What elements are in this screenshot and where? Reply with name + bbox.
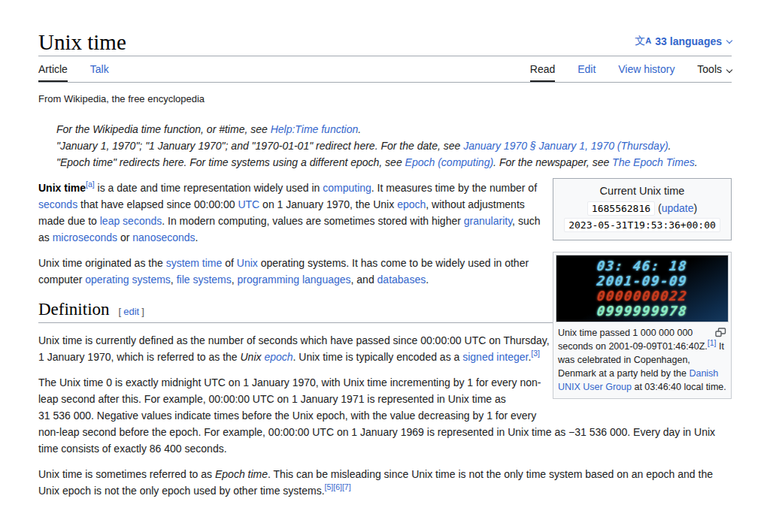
unix-time-value: 1685562816 (587, 201, 655, 216)
text-segment: Unix time is sometimes referred to as (38, 468, 215, 480)
text-segment: . (358, 123, 361, 135)
text-segment: . (426, 274, 429, 286)
article-link[interactable]: seconds (38, 198, 77, 210)
article-link[interactable]: Help:Time function (271, 123, 359, 135)
text-segment: . (196, 231, 199, 243)
text-segment: , (171, 274, 177, 286)
article-link[interactable]: epoch (397, 198, 426, 210)
article-link[interactable]: signed integer (462, 351, 528, 363)
article-link[interactable]: programming languages (238, 274, 351, 286)
section-title: Definition (38, 300, 110, 319)
article-link[interactable]: databases (377, 274, 426, 286)
tab-talk[interactable]: Talk (90, 63, 109, 82)
unix-clock-image[interactable]: 03: 46: 182001-09-0900000000220999999978 (556, 255, 729, 322)
text-segment: that have elapsed since 00:00:00 (77, 198, 238, 210)
figure-caption: Unix time passed 1 000 000 000 seconds o… (556, 322, 729, 396)
article-body: For the Wikipedia time function, or #tim… (38, 121, 732, 499)
hatnote: "January 1, 1970"; "1 January 1970"; and… (56, 138, 732, 154)
page-title: Unix time (38, 30, 126, 55)
title-row: Unix time 文A 33 languages (38, 0, 732, 56)
language-icon: 文A (635, 35, 651, 48)
article-link[interactable]: January 1970 § January 1, 1970 (Thursday… (463, 140, 668, 152)
edit-section-link[interactable]: edit (123, 306, 139, 317)
text-segment: . Unix time is typically encoded as a (293, 351, 463, 363)
reference-link[interactable]: [7] (342, 483, 351, 492)
text-segment: Unix (240, 351, 264, 363)
tab-read[interactable]: Read (530, 63, 555, 82)
hatnotes: For the Wikipedia time function, or #tim… (56, 121, 732, 171)
article-link[interactable]: Epoch (computing) (405, 156, 494, 168)
wikipedia-article-page: Unix time 文A 33 languages Article Talk R… (0, 0, 770, 499)
enlarge-icon[interactable] (715, 328, 726, 337)
edit-section: [edit] (119, 306, 144, 317)
text-segment: on 1 January 1970, the Unix (259, 198, 397, 210)
reference-link[interactable]: [a] (86, 180, 95, 189)
iso-time-row: 2023-05-31T19:53:36+00:00 (560, 218, 724, 232)
update-link[interactable]: update (662, 202, 694, 214)
paragraph: Unix time is sometimes referred to as Ep… (38, 466, 732, 499)
hatnote: For the Wikipedia time function, or #tim… (56, 121, 732, 138)
text-segment: , and (351, 274, 377, 286)
article-link[interactable]: The Epoch Times (612, 156, 695, 168)
article-link[interactable]: UTC (238, 198, 259, 210)
reference-link[interactable]: [6] (333, 483, 342, 492)
clock-display-line: 03: 46: 18 (559, 258, 726, 274)
namespace-tabs: Article Talk (38, 63, 109, 82)
article-link[interactable]: nanoseconds (132, 231, 195, 243)
article-link[interactable]: leap seconds (100, 215, 162, 227)
text-segment: Epoch time (215, 468, 268, 480)
languages-button[interactable]: 文A 33 languages (635, 35, 732, 55)
text-segment: . (695, 156, 698, 168)
article-link[interactable]: computing (323, 182, 371, 194)
hatnote: "Epoch time" redirects here. For time sy… (56, 154, 732, 171)
reference-link[interactable]: [1] (708, 338, 717, 347)
languages-label: 33 languages (655, 35, 722, 47)
chevron-down-icon (726, 67, 732, 73)
article-link[interactable]: Unix (237, 257, 258, 269)
caption-text: Unix time passed 1 000 000 000 seconds o… (558, 328, 726, 392)
reference-link[interactable]: [3] (531, 349, 540, 358)
text-segment: , (232, 274, 238, 286)
tab-bar: Article Talk Read Edit View history Tool… (38, 56, 732, 83)
article-link[interactable]: microseconds (53, 231, 117, 243)
article-link[interactable]: granularity (464, 215, 512, 227)
text-segment: "January 1, 1970"; "1 January 1970"; and… (56, 140, 463, 152)
current-unix-time-box: Current Unix time 1685562816 (update) 20… (553, 178, 732, 240)
article-link[interactable]: epoch (264, 351, 293, 363)
text-segment: . For the newspaper, see (493, 156, 612, 168)
text-segment: Unix time passed 1 000 000 000 seconds o… (558, 328, 708, 352)
unix-billennium-figure: 03: 46: 182001-09-0900000000220999999978… (553, 252, 732, 399)
text-segment: of (222, 257, 236, 269)
article-link[interactable]: operating systems (85, 274, 171, 286)
text-segment: . (668, 140, 671, 152)
clock-display-line: 2001-09-09 (559, 274, 726, 289)
article-link[interactable]: file systems (177, 274, 232, 286)
text-segment: . In modern computing, values are someti… (162, 215, 464, 227)
text-segment: For the Wikipedia time function, or #tim… (56, 123, 271, 135)
view-tabs: Read Edit View history Tools (530, 63, 732, 82)
clock-display-line: 0000000022 (559, 289, 726, 304)
infobox-title: Current Unix time (560, 185, 724, 197)
text-segment: "Epoch time" redirects here. For time sy… (56, 156, 405, 168)
tab-view-history[interactable]: View history (618, 63, 675, 82)
article-link[interactable]: system time (166, 257, 223, 269)
site-tagline: From Wikipedia, the free encyclopedia (38, 93, 732, 104)
reference-link[interactable]: [5] (325, 483, 334, 492)
text-segment: Unix time (38, 182, 86, 194)
text-segment: Unix time originated as the (38, 257, 166, 269)
text-segment: is a date and time representation widely… (95, 182, 323, 194)
chevron-down-icon (726, 38, 732, 44)
text-segment: at 03:46:40 local time. (632, 382, 726, 392)
iso-time-value: 2023-05-31T19:53:36+00:00 (564, 218, 720, 232)
unix-time-row: 1685562816 (update) (560, 201, 724, 216)
clock-display-line: 0999999978 (559, 304, 726, 319)
text-segment: or (117, 231, 132, 243)
tools-menu[interactable]: Tools (697, 63, 732, 82)
tab-article[interactable]: Article (38, 63, 68, 82)
tab-edit[interactable]: Edit (578, 63, 596, 82)
text-segment: . It measures time by the number of (371, 182, 537, 194)
